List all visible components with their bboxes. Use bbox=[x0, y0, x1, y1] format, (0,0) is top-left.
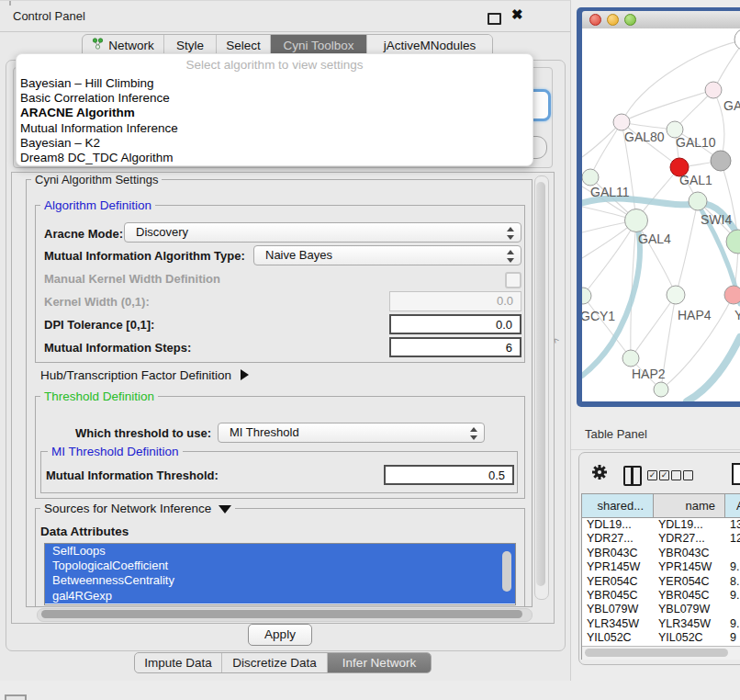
column-header-shared-name[interactable]: shared... bbox=[582, 494, 654, 517]
network-node-gcy1[interactable] bbox=[582, 288, 591, 304]
table-row[interactable]: YER054CYER054C8. bbox=[582, 575, 740, 589]
select-all-checkbox-icon[interactable]: ✓ bbox=[647, 470, 657, 480]
collapse-down-icon bbox=[219, 505, 231, 514]
which-threshold-select[interactable]: MI Threshold bbox=[218, 423, 485, 443]
table-horizontal-scrollbar-thumb[interactable] bbox=[585, 649, 728, 657]
close-icon[interactable]: ✖ bbox=[511, 6, 523, 23]
table-horizontal-scrollbar[interactable] bbox=[582, 646, 740, 660]
table-row[interactable]: YBR045CYBR045C9. bbox=[582, 589, 740, 603]
apply-button[interactable]: Apply bbox=[248, 624, 312, 646]
deselect-all-checkbox-icon[interactable] bbox=[671, 470, 681, 480]
select-all-checkbox-icon[interactable]: ✓ bbox=[659, 470, 669, 480]
settings-horizontal-scrollbar-thumb[interactable] bbox=[41, 610, 522, 618]
table-cell[interactable]: 9. bbox=[725, 617, 740, 631]
mi-algorithm-type-select[interactable]: Naive Bayes bbox=[253, 245, 521, 265]
table-cell[interactable]: YBR045C bbox=[582, 589, 654, 603]
table-cell[interactable]: YPR145W bbox=[654, 560, 725, 574]
table-cell[interactable]: YER054C bbox=[582, 575, 654, 589]
table-row[interactable]: YBR043CYBR043C bbox=[582, 547, 740, 560]
settings-horizontal-scrollbar[interactable] bbox=[37, 608, 533, 622]
tab-infer-network[interactable]: Infer Network bbox=[327, 653, 431, 672]
show-columns-icon[interactable] bbox=[623, 466, 642, 486]
table-cell[interactable]: YBL079W bbox=[582, 603, 654, 616]
network-node-gal[interactable] bbox=[705, 82, 722, 98]
settings-vertical-scrollbar[interactable] bbox=[534, 175, 549, 600]
minimize-traffic-light-icon[interactable] bbox=[607, 14, 619, 26]
table-cell[interactable]: YPR145W bbox=[582, 560, 654, 574]
attribute-item[interactable]: gal4RGexp bbox=[45, 589, 515, 604]
network-node-swi4[interactable] bbox=[689, 192, 707, 210]
table-cell[interactable]: 13 bbox=[725, 518, 740, 532]
table-row[interactable]: YDL19...YDL19...13 bbox=[582, 518, 740, 532]
table-cell[interactable]: YDL19... bbox=[654, 518, 725, 532]
table-row[interactable]: YLR345WYLR345W9. bbox=[582, 617, 740, 631]
gear-icon[interactable] bbox=[590, 463, 609, 484]
network-node[interactable] bbox=[711, 151, 731, 171]
mi-steps-field[interactable]: 6 bbox=[389, 337, 521, 357]
table-cell[interactable]: YDR27... bbox=[654, 532, 725, 546]
network-node-gal80[interactable] bbox=[613, 114, 630, 130]
table-cell[interactable]: YDR27... bbox=[582, 532, 654, 546]
deselect-all-checkbox-icon[interactable] bbox=[683, 470, 693, 480]
network-node[interactable] bbox=[654, 382, 668, 397]
table-cell[interactable]: 8. bbox=[725, 575, 740, 589]
table-cell[interactable]: 9. bbox=[725, 560, 740, 574]
table-cell[interactable]: YIL052C bbox=[654, 631, 725, 645]
column-header-name[interactable]: name bbox=[654, 494, 725, 517]
network-node-gal4[interactable] bbox=[625, 209, 648, 232]
table-row[interactable]: YBL079WYBL079W bbox=[582, 603, 740, 616]
tab-impute-data[interactable]: Impute Data bbox=[135, 653, 221, 672]
table-panel-titlebar: Table Panel bbox=[571, 411, 740, 450]
network-window-titlebar[interactable] bbox=[582, 11, 740, 29]
network-canvas[interactable]: GALGAL80GAL10GAL1GAL11SWI4GAL4GCY1HAP4YH… bbox=[582, 28, 740, 401]
attribute-list-scrollbar-thumb[interactable] bbox=[502, 551, 511, 592]
hub-transcription-factor-expander[interactable]: Hub/Transcription Factor Definition bbox=[40, 368, 249, 382]
table-row[interactable]: YIL052CYIL052C9 bbox=[582, 631, 740, 645]
sources-title[interactable]: Sources for Network Inference bbox=[40, 502, 235, 515]
network-node-gal11[interactable] bbox=[582, 169, 599, 186]
table-cell[interactable]: YER054C bbox=[654, 575, 725, 589]
float-window-icon[interactable] bbox=[488, 13, 501, 25]
algorithm-option[interactable]: Bayesian – Hill Climbing bbox=[17, 76, 533, 91]
settings-vertical-scrollbar-thumb[interactable] bbox=[536, 182, 545, 586]
attribute-item[interactable]: BetweennessCentrality bbox=[45, 573, 515, 588]
table-row[interactable]: YPR145WYPR145W9. bbox=[582, 560, 740, 574]
new-table-document-icon[interactable] bbox=[732, 463, 740, 485]
algorithm-option[interactable]: Dream8 DC_TDC Algorithm bbox=[17, 151, 533, 165]
table-cell[interactable]: YBL079W bbox=[654, 603, 725, 616]
table-cell[interactable] bbox=[725, 547, 740, 560]
table-cell[interactable]: YBR043C bbox=[582, 547, 654, 560]
dpi-tolerance-field[interactable]: 0.0 bbox=[389, 314, 521, 334]
network-edge bbox=[631, 295, 676, 358]
mi-algorithm-type-value: Naive Bayes bbox=[265, 248, 332, 262]
table-cell[interactable]: YDL19... bbox=[582, 518, 654, 532]
algorithm-option[interactable]: Mutual Information Inference bbox=[17, 121, 533, 136]
bottom-left-widget[interactable] bbox=[5, 694, 27, 700]
algorithm-option[interactable]: Bayesian – K2 bbox=[17, 136, 533, 151]
tab-discretize-data[interactable]: Discretize Data bbox=[221, 653, 327, 672]
table-row[interactable]: YDR27...YDR27...12 bbox=[582, 532, 740, 546]
attribute-item[interactable]: SelfLoops bbox=[45, 544, 515, 559]
zoom-traffic-light-icon[interactable] bbox=[624, 14, 636, 26]
aracne-mode-select[interactable]: Discovery bbox=[124, 222, 521, 243]
network-node-y[interactable] bbox=[724, 286, 740, 304]
table-cell[interactable]: YIL052C bbox=[582, 631, 654, 645]
table-cell[interactable]: 12 bbox=[725, 532, 740, 546]
attribute-item[interactable]: TopologicalCoefficient bbox=[45, 559, 515, 573]
table-cell[interactable]: YBR043C bbox=[654, 547, 725, 560]
column-header-partial[interactable]: A bbox=[725, 494, 740, 517]
table-cell[interactable]: 9. bbox=[725, 589, 740, 603]
table-cell[interactable]: YBR045C bbox=[654, 589, 725, 603]
network-node-hap4[interactable] bbox=[667, 286, 685, 304]
network-node-hap2[interactable] bbox=[622, 350, 639, 367]
algorithm-option[interactable]: Basic Correlation Inference bbox=[17, 91, 533, 106]
table-cell[interactable]: 9 bbox=[725, 631, 740, 645]
network-node[interactable] bbox=[734, 28, 740, 51]
algorithm-option[interactable]: ARACNE Algorithm bbox=[17, 106, 533, 120]
table-cell[interactable]: YLR345W bbox=[582, 617, 654, 631]
table-cell[interactable]: YLR345W bbox=[654, 617, 725, 631]
network-node[interactable] bbox=[726, 230, 740, 254]
mi-threshold-field[interactable]: 0.5 bbox=[384, 465, 514, 485]
table-cell[interactable] bbox=[725, 603, 740, 616]
close-traffic-light-icon[interactable] bbox=[589, 14, 601, 26]
